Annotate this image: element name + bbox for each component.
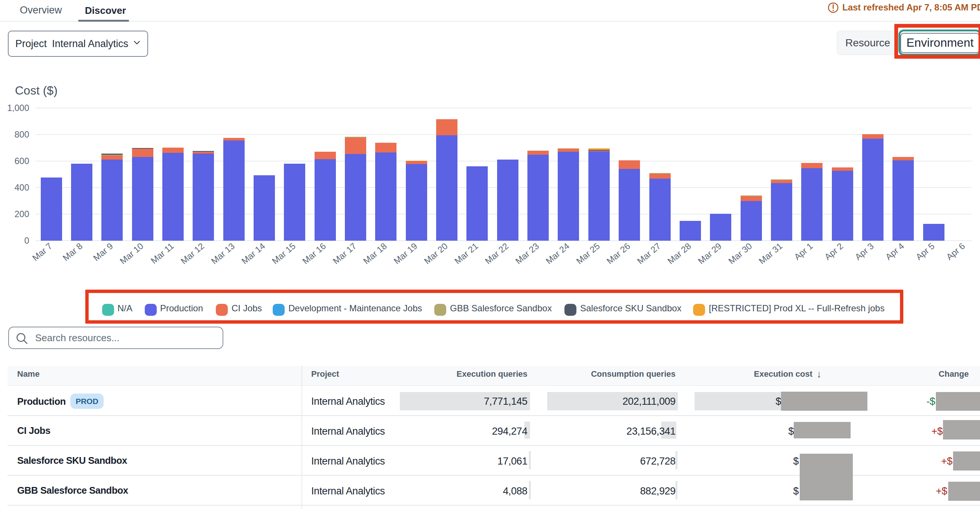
svg-text:Mar 30: Mar 30 — [726, 241, 754, 266]
svg-text:Mar 21: Mar 21 — [453, 241, 480, 266]
svg-text:Mar 19: Mar 19 — [392, 241, 419, 266]
svg-text:Mar 25: Mar 25 — [574, 241, 602, 266]
svg-text:0: 0 — [24, 236, 29, 246]
svg-text:Mar 20: Mar 20 — [422, 241, 450, 266]
svg-text:Cost ($): Cost ($) — [15, 84, 57, 97]
svg-text:Apr 1: Apr 1 — [792, 241, 815, 262]
svg-text:Mar 16: Mar 16 — [301, 241, 328, 266]
svg-text:Mar 11: Mar 11 — [149, 241, 175, 266]
svg-text:1,000: 1,000 — [7, 103, 29, 113]
svg-text:Mar 12: Mar 12 — [179, 241, 206, 266]
svg-text:Mar 10: Mar 10 — [118, 241, 145, 266]
svg-text:Mar 22: Mar 22 — [483, 241, 511, 266]
svg-text:Mar 9: Mar 9 — [91, 241, 115, 263]
svg-text:Apr 3: Apr 3 — [853, 241, 876, 262]
svg-text:Mar 13: Mar 13 — [210, 241, 237, 266]
svg-text:Mar 7: Mar 7 — [30, 241, 54, 263]
svg-text:Mar 26: Mar 26 — [605, 241, 632, 266]
svg-text:Mar 24: Mar 24 — [544, 241, 571, 266]
svg-text:Mar 28: Mar 28 — [666, 241, 693, 266]
svg-text:Mar 18: Mar 18 — [361, 241, 389, 266]
svg-text:400: 400 — [14, 183, 29, 192]
svg-text:Mar 8: Mar 8 — [61, 241, 84, 263]
svg-text:Apr 5: Apr 5 — [914, 241, 937, 262]
svg-text:800: 800 — [14, 130, 29, 140]
svg-text:Mar 17: Mar 17 — [331, 241, 358, 266]
svg-text:Mar 29: Mar 29 — [696, 241, 724, 266]
svg-text:Mar 31: Mar 31 — [757, 241, 784, 266]
svg-text:Apr 6: Apr 6 — [945, 241, 967, 262]
svg-text:600: 600 — [14, 156, 29, 166]
svg-text:Mar 23: Mar 23 — [514, 241, 541, 266]
svg-text:Apr 4: Apr 4 — [883, 241, 906, 262]
svg-text:200: 200 — [14, 209, 29, 219]
svg-text:Mar 15: Mar 15 — [270, 241, 298, 266]
svg-text:Apr 2: Apr 2 — [823, 241, 845, 262]
svg-text:Mar 14: Mar 14 — [240, 241, 267, 266]
svg-text:Mar 27: Mar 27 — [635, 241, 662, 266]
